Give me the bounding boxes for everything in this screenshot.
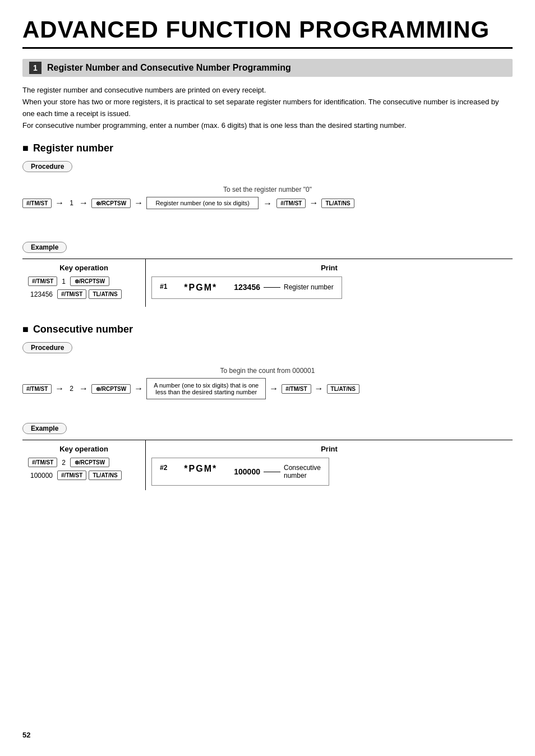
consecutive-number-diagram: To begin the count from 000001 #/TM/ST →… bbox=[22, 367, 513, 412]
key-op-row1-register: #/TM/ST 1 ⊗/RCPTSW bbox=[28, 276, 140, 286]
arrow-1: → bbox=[55, 198, 64, 208]
key-rcptsw-1: ⊗/RCPTSW bbox=[91, 199, 131, 208]
key-hmtmst-1: #/TM/ST bbox=[22, 199, 52, 208]
kop-val-1: 123456 bbox=[30, 291, 53, 298]
procedure-badge-register: Procedure bbox=[22, 161, 72, 172]
page-number: 52 bbox=[22, 731, 30, 739]
print-right-consecutive: 100000 Consecutive number bbox=[234, 464, 321, 480]
key-op-row1-consecutive: #/TM/ST 2 ⊗/RCPTSW bbox=[28, 458, 140, 467]
kop-hmtmst-3: #/TM/ST bbox=[28, 458, 57, 467]
arrow-9: → bbox=[269, 384, 278, 394]
example-badge-register: Example bbox=[22, 242, 67, 253]
section-title: Register Number and Consecutive Number P… bbox=[47, 63, 291, 73]
consecutive-input-box: A number (one to six digits) that is one… bbox=[146, 378, 266, 399]
key-rcptsw-2: ⊗/RCPTSW bbox=[91, 384, 131, 394]
section-header: 1 Register Number and Consecutive Number… bbox=[22, 59, 513, 77]
section-description: The register number and consecutive numb… bbox=[22, 85, 513, 131]
print-id-register: #1 bbox=[160, 283, 167, 291]
example-badge-consecutive: Example bbox=[22, 423, 67, 434]
kop-num-2: 2 bbox=[62, 459, 66, 467]
page-title: ADVANCED FUNCTION PROGRAMMING bbox=[22, 17, 513, 49]
kop-hmtmst-1: #/TM/ST bbox=[28, 276, 57, 286]
arrow-7: → bbox=[79, 384, 88, 394]
kop-tlat-1: TL/AT/NS bbox=[89, 289, 121, 299]
arrow-6: → bbox=[55, 384, 64, 394]
arrow-4: → bbox=[263, 199, 272, 209]
register-number-diagram: To set the register number "0" #/TM/ST →… bbox=[22, 186, 513, 231]
register-input-box: Register number (one to six digits) bbox=[146, 197, 259, 209]
print-header-register: Print bbox=[151, 264, 507, 272]
line-indicator-register bbox=[264, 287, 280, 288]
register-number-title: Register number bbox=[22, 142, 513, 154]
kop-num-1: 1 bbox=[62, 278, 66, 285]
print-number-consecutive: 100000 bbox=[234, 467, 260, 476]
kop-hmtmst-4: #/TM/ST bbox=[57, 471, 86, 480]
kop-tlat-2: TL/AT/NS bbox=[89, 471, 121, 480]
print-label-register: Register number bbox=[284, 283, 334, 291]
key-hmtmst-3: #/TM/ST bbox=[22, 384, 52, 394]
print-label-consecutive: Consecutive number bbox=[284, 464, 321, 480]
consecutive-flow: #/TM/ST → 2 → ⊗/RCPTSW → A number (one t… bbox=[22, 378, 513, 399]
arrow-10: → bbox=[315, 384, 324, 394]
arrow-5: → bbox=[309, 198, 318, 208]
col-key-op-consecutive: Key operation #/TM/ST 2 ⊗/RCPTSW 100000 … bbox=[22, 440, 146, 490]
num-1: 1 bbox=[70, 199, 73, 207]
num-2: 2 bbox=[70, 385, 73, 393]
arrow-3: → bbox=[134, 198, 143, 208]
col-key-op-register: Key operation #/TM/ST 1 ⊗/RCPTSW 123456 … bbox=[22, 259, 146, 307]
kop-rcptsw-1: ⊗/RCPTSW bbox=[70, 276, 109, 286]
arrow-8: → bbox=[134, 384, 143, 394]
print-receipt-consecutive: #2 *PGM* 100000 Consecutive number bbox=[151, 458, 329, 486]
print-number-register: 123456 bbox=[234, 283, 260, 292]
col-print-consecutive: Print #2 *PGM* 100000 Consecutive number bbox=[146, 440, 513, 490]
section-number: 1 bbox=[29, 62, 41, 74]
key-op-header-consecutive: Key operation bbox=[28, 445, 140, 453]
consecutive-number-title: Consecutive number bbox=[22, 324, 513, 335]
col-print-register: Print #1 *PGM* 123456 Register number bbox=[146, 259, 513, 307]
consecutive-example-table: Key operation #/TM/ST 2 ⊗/RCPTSW 100000 … bbox=[22, 440, 513, 490]
print-id-consecutive: #2 bbox=[160, 464, 167, 472]
register-hint: To set the register number "0" bbox=[22, 186, 513, 193]
key-op-header-register: Key operation bbox=[28, 264, 140, 272]
arrow-2: → bbox=[79, 198, 88, 208]
key-hmtmst-4: #/TM/ST bbox=[282, 384, 311, 394]
kop-val-2: 100000 bbox=[30, 472, 53, 480]
register-example-table: Key operation #/TM/ST 1 ⊗/RCPTSW 123456 … bbox=[22, 259, 513, 307]
print-pgm-consecutive: *PGM* bbox=[184, 464, 217, 474]
print-receipt-register: #1 *PGM* 123456 Register number bbox=[151, 276, 342, 299]
register-flow: #/TM/ST → 1 → ⊗/RCPTSW → Register number… bbox=[22, 197, 513, 209]
kop-rcptsw-2: ⊗/RCPTSW bbox=[70, 458, 109, 467]
key-op-row2-register: 123456 #/TM/ST TL/AT/NS bbox=[28, 289, 140, 299]
kop-hmtmst-2: #/TM/ST bbox=[57, 289, 86, 299]
print-header-consecutive: Print bbox=[151, 445, 507, 453]
print-pgm-register: *PGM* bbox=[184, 283, 217, 293]
register-input-group: Register number (one to six digits) bbox=[146, 197, 259, 209]
procedure-badge-consecutive: Procedure bbox=[22, 342, 72, 353]
print-right-register: 123456 Register number bbox=[234, 283, 333, 292]
line-indicator-consecutive bbox=[264, 472, 280, 473]
key-op-row2-consecutive: 100000 #/TM/ST TL/AT/NS bbox=[28, 471, 140, 480]
key-hmtmst-2: #/TM/ST bbox=[276, 199, 306, 208]
consecutive-hint: To begin the count from 000001 bbox=[22, 367, 513, 375]
key-tlat-1: TL/AT/NS bbox=[321, 199, 354, 208]
key-tlat-2: TL/AT/NS bbox=[327, 384, 359, 394]
